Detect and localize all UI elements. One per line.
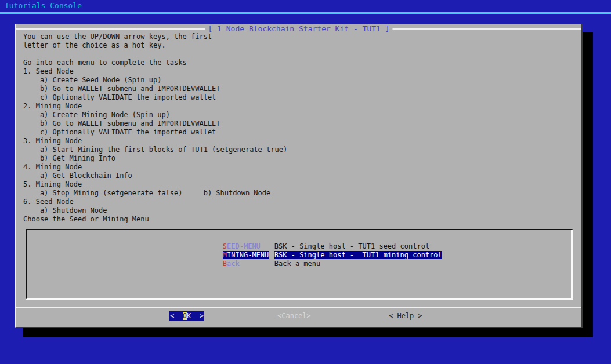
menu-box: SEED-MENUBSK - Single host - TUT1 seed c… xyxy=(26,229,573,300)
hotkey-letter: B xyxy=(223,260,227,268)
menu-item-tag: Back xyxy=(223,260,274,268)
help-button[interactable]: < Help > xyxy=(389,311,422,321)
ok-button-open: < xyxy=(170,312,183,320)
topbar-underline xyxy=(0,12,611,14)
instructions-text: You can use the UP/DOWN arrow keys, the … xyxy=(23,32,287,224)
ok-button-hotkey: O xyxy=(183,312,187,320)
ok-button-close: > xyxy=(191,312,204,320)
cancel-button[interactable]: <Cancel> xyxy=(277,311,311,321)
menu-item-tag: SEED-MENU xyxy=(223,242,274,251)
menu-list: SEED-MENUBSK - Single host - TUT1 seed c… xyxy=(189,234,442,260)
button-separator-line xyxy=(16,307,581,308)
tag-text: INING-MENU xyxy=(227,251,269,259)
hotkey-letter: S xyxy=(223,242,227,250)
hotkey-letter: M xyxy=(223,251,227,259)
menu-item-seed-menu[interactable]: SEED-MENUBSK - Single host - TUT1 seed c… xyxy=(189,234,442,242)
menu-item-description: Back a menu xyxy=(274,260,320,268)
tag-text: ack xyxy=(227,260,240,268)
dialog-window: [ 1 Node Blockchain Starter Kit - TUT1 ]… xyxy=(15,24,583,328)
dialog-title: [ 1 Node Blockchain Starter Kit - TUT1 ] xyxy=(205,24,392,34)
ok-button[interactable]: < OK > xyxy=(169,311,204,321)
menu-item-description: BSK - Single host - TUT1 seed control xyxy=(274,242,429,250)
tag-text: EED-MENU xyxy=(227,242,261,250)
menu-item-description: BSK - Single host - TUT1 mining control xyxy=(274,251,442,259)
topbar-title: Tutorials Console xyxy=(5,1,82,11)
menu-item-tag: MINING-MENU xyxy=(223,251,274,260)
